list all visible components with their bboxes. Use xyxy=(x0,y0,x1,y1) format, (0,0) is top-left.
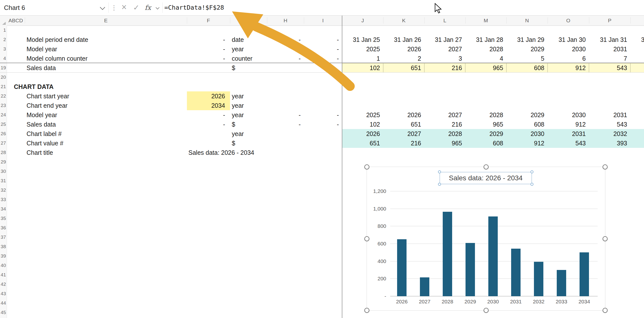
cell-J26[interactable]: 2026 xyxy=(342,129,383,138)
cell-P24[interactable]: 2031 xyxy=(589,110,630,120)
cell-G23[interactable]: year xyxy=(230,101,267,110)
cell-P2[interactable]: 31 Jan 31 xyxy=(589,35,630,44)
cell-O19[interactable]: 912 xyxy=(548,63,589,72)
chart-selection-handle[interactable] xyxy=(364,164,369,169)
cell-G19[interactable]: $ xyxy=(230,63,267,72)
chart-bar-2031[interactable] xyxy=(511,249,520,296)
chart-bar-2027[interactable] xyxy=(420,277,429,296)
cell-L25[interactable]: 216 xyxy=(424,120,465,129)
cell-H25[interactable]: - xyxy=(267,120,304,129)
cell-F2[interactable]: - xyxy=(187,35,230,44)
cell-N26[interactable]: 2030 xyxy=(506,129,548,138)
cell-K26[interactable]: 2027 xyxy=(383,129,424,138)
cell-J3[interactable]: 2025 xyxy=(342,44,383,54)
cell-Q26[interactable] xyxy=(630,129,644,138)
cell-P26[interactable]: 2032 xyxy=(589,129,630,138)
cell-N2[interactable]: 31 Jan 29 xyxy=(506,35,548,44)
cell-K3[interactable]: 2026 xyxy=(383,44,424,54)
cell-N24[interactable]: 2029 xyxy=(506,110,548,120)
cell-E4[interactable]: Model column counter xyxy=(25,54,187,63)
cell-M2[interactable]: 31 Jan 28 xyxy=(465,35,506,44)
cell-I24[interactable]: - xyxy=(304,110,342,120)
chart-selection-handle[interactable] xyxy=(364,308,369,313)
cell-L3[interactable]: 2027 xyxy=(424,44,465,54)
cell-H24[interactable]: - xyxy=(267,110,304,120)
chart-title-selection-handle[interactable] xyxy=(530,183,534,186)
cell-Q27[interactable] xyxy=(630,138,644,148)
cell-B21[interactable]: CHART DATA xyxy=(12,82,187,91)
chart-bar-2026[interactable] xyxy=(397,239,406,296)
cell-J4[interactable]: 1 xyxy=(342,54,383,63)
cell-H3[interactable]: - xyxy=(267,44,304,54)
cell-I25[interactable]: - xyxy=(304,120,342,129)
cell-L26[interactable]: 2028 xyxy=(424,129,465,138)
fx-chevron-down-icon[interactable] xyxy=(156,6,160,10)
cell-N19[interactable]: 608 xyxy=(506,63,548,72)
cell-O3[interactable]: 2030 xyxy=(548,44,589,54)
cell-F28[interactable]: Sales data: 2026 - 2034 xyxy=(187,148,254,157)
chart-selection-handle[interactable] xyxy=(364,236,369,241)
cell-Q19[interactable] xyxy=(630,63,644,72)
chart-bar-2034[interactable] xyxy=(580,252,589,296)
cell-G4[interactable]: counter xyxy=(230,54,267,63)
cell-O2[interactable]: 31 Jan 30 xyxy=(548,35,589,44)
cell-F23[interactable]: 2034 xyxy=(187,101,230,110)
chart-title-selection-handle[interactable] xyxy=(438,183,441,186)
cell-E24[interactable]: Model year xyxy=(25,110,187,120)
cell-L27[interactable]: 965 xyxy=(424,138,465,148)
cell-O27[interactable]: 543 xyxy=(548,138,589,148)
cell-O4[interactable]: 6 xyxy=(548,54,589,63)
enter-icon[interactable]: ✓ xyxy=(133,0,139,15)
cell-N27[interactable]: 912 xyxy=(506,138,548,148)
cell-G3[interactable]: year xyxy=(230,44,267,54)
cell-P4[interactable]: 7 xyxy=(589,54,630,63)
cell-M4[interactable]: 4 xyxy=(465,54,506,63)
chart-bar-2029[interactable] xyxy=(466,243,475,296)
cell-N3[interactable]: 2029 xyxy=(506,44,548,54)
cell-E28[interactable]: Chart title xyxy=(25,148,187,157)
cell-J27[interactable]: 651 xyxy=(342,138,383,148)
cell-Q2[interactable]: 31 Jan 32 xyxy=(630,35,644,44)
cell-K4[interactable]: 2 xyxy=(383,54,424,63)
cell-O24[interactable]: 2030 xyxy=(548,110,589,120)
cell-K27[interactable]: 216 xyxy=(383,138,424,148)
cell-M27[interactable]: 608 xyxy=(465,138,506,148)
cell-J2[interactable]: 31 Jan 25 xyxy=(342,35,383,44)
cell-G24[interactable]: year xyxy=(230,110,267,120)
cell-G2[interactable]: date xyxy=(230,35,267,44)
cell-M24[interactable]: 2028 xyxy=(465,110,506,120)
cell-L4[interactable]: 3 xyxy=(424,54,465,63)
chart-bar-2030[interactable] xyxy=(488,217,498,296)
cell-G26[interactable]: year xyxy=(230,129,267,138)
embedded-chart[interactable]: Sales data: 2026 - 2034 -2004006008001,0… xyxy=(367,167,605,310)
cell-G25[interactable]: $ xyxy=(230,120,267,129)
cancel-icon[interactable]: × xyxy=(122,0,127,14)
cell-L24[interactable]: 2027 xyxy=(424,110,465,120)
name-box-chevron-down-icon[interactable] xyxy=(100,5,105,10)
cell-J24[interactable]: 2025 xyxy=(342,110,383,120)
cell-G22[interactable]: year xyxy=(230,91,267,101)
cell-E26[interactable]: Chart label # xyxy=(25,129,187,138)
chart-bar-2028[interactable] xyxy=(443,212,452,296)
chart-selection-handle[interactable] xyxy=(602,308,608,313)
cell-F22[interactable]: 2026 xyxy=(187,91,230,101)
chart-bar-2032[interactable] xyxy=(534,262,543,296)
cell-E19[interactable]: Sales data xyxy=(25,63,187,72)
cell-N4[interactable]: 5 xyxy=(506,54,548,63)
cell-N25[interactable]: 608 xyxy=(506,120,548,129)
chart-title-selection-handle[interactable] xyxy=(438,170,441,173)
cell-K19[interactable]: 651 xyxy=(383,63,424,72)
cell-O26[interactable]: 2031 xyxy=(548,129,589,138)
cell-G27[interactable]: $ xyxy=(230,138,267,148)
cell-H2[interactable]: - xyxy=(267,35,304,44)
chart-selection-handle[interactable] xyxy=(602,236,608,241)
cell-E25[interactable]: Sales data xyxy=(25,120,187,129)
cell-I2[interactable]: - xyxy=(304,35,342,44)
cell-P27[interactable]: 393 xyxy=(589,138,630,148)
cell-H4[interactable]: - xyxy=(267,54,304,63)
cell-L19[interactable]: 216 xyxy=(424,63,465,72)
cell-E3[interactable]: Model year xyxy=(25,44,187,54)
cell-I3[interactable]: - xyxy=(304,44,342,54)
cell-M3[interactable]: 2028 xyxy=(465,44,506,54)
cell-K25[interactable]: 651 xyxy=(383,120,424,129)
